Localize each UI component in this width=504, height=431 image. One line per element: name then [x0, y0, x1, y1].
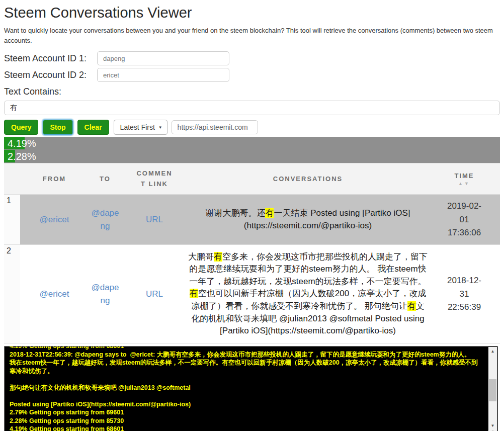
to-account-link[interactable]: @dapeng	[90, 207, 120, 232]
conversations-table: FROM TO COMMENT LINK CONVERSATIONS TIME …	[4, 163, 500, 343]
console-line: 我在steem快一年了，越玩越好玩，发现steem的玩法多样，不一定要写作。有空…	[10, 359, 482, 375]
clear-button[interactable]: Clear	[77, 120, 109, 135]
api-endpoint-input[interactable]	[172, 120, 258, 134]
comment-link-cell: URL	[122, 195, 187, 245]
sort-desc-icon: ▼	[464, 181, 470, 186]
time-text: 2018-12-31 22:56:39	[446, 274, 482, 314]
highlighted-term: 有	[214, 252, 222, 262]
from-cell: @ericet	[20, 245, 89, 343]
console-line: 2.79% Getting ops starting from 69601	[10, 408, 482, 417]
account1-input[interactable]	[97, 51, 229, 65]
progress-bar: 2.28%	[4, 150, 500, 163]
console-line: 2018-12-31T22:56:39: @dapeng says to @er…	[10, 351, 482, 359]
from-account-link[interactable]: @ericet	[40, 215, 69, 224]
progress-label: 4.19%	[4, 137, 500, 150]
conversation-cell: 大鹏哥有空多来，你会发现这币市把那些投机的人踢走了，留下的是愿意继续玩耍和为了更…	[187, 245, 429, 343]
console-line: 那句绝句让有文化的机机和软哥来填吧 @julian2013 @softmetal	[10, 384, 482, 392]
conversation-text: 大鹏哥有空多来，你会发现这币市把那些投机的人踢走了，留下的是愿意继续玩耍和为了更…	[188, 251, 428, 337]
comment-url-link[interactable]: URL	[146, 289, 163, 299]
from-cell: @ericet	[20, 195, 89, 245]
progress-area: 4.19%2.28%	[4, 137, 500, 163]
sort-order-value: Latest First	[120, 123, 155, 131]
scroll-up-icon: ▲	[491, 349, 495, 354]
console-scrollbar[interactable]: ▲ ▼	[488, 347, 497, 430]
console-line: 2.28% Getting ops starting from 85730	[10, 417, 482, 425]
progress-bar: 4.19%	[4, 137, 500, 150]
console-line: 4.19% Getting ops starting from 68601	[10, 425, 482, 431]
console-line	[10, 375, 482, 384]
account2-input[interactable]	[97, 68, 229, 82]
conversation-cell: 谢谢大鹏哥。还有一天结束 Posted using [Partiko iOS] …	[187, 195, 429, 245]
header-to[interactable]: TO	[89, 163, 122, 195]
to-cell: @dapeng	[89, 245, 122, 343]
header-index	[4, 163, 20, 195]
from-account-link[interactable]: @ericet	[40, 289, 69, 299]
console-content: 4.19% Getting ops starting from 68601201…	[5, 346, 484, 431]
scroll-track[interactable]	[488, 356, 497, 421]
query-button[interactable]: Query	[4, 120, 38, 135]
time-cell: 2019-02-01 17:36:06	[429, 195, 500, 245]
progress-label: 2.28%	[4, 150, 500, 163]
stop-button[interactable]: Stop	[43, 120, 72, 135]
to-account-link[interactable]: @dapeng	[90, 281, 120, 307]
conversations-tbody: 1 @ericet @dapeng URL 谢谢大鹏哥。还有一天结束 Poste…	[4, 195, 500, 343]
time-text: 2019-02-01 17:36:06	[446, 200, 482, 239]
console-line	[10, 392, 482, 400]
chevron-down-icon: ▼	[158, 125, 162, 130]
time-cell: 2018-12-31 22:56:39	[429, 245, 500, 343]
header-conversations[interactable]: CONVERSATIONS	[187, 163, 429, 195]
scroll-thumb[interactable]	[489, 379, 496, 401]
page-description: Want to quickly locate your conversation…	[4, 26, 499, 46]
sort-icons[interactable]: ▲▼	[429, 181, 500, 186]
highlighted-term: 有	[407, 301, 416, 311]
console-line: Posted using [Partiko iOS](https://steem…	[10, 400, 482, 409]
table-row: 1 @ericet @dapeng URL 谢谢大鹏哥。还有一天结束 Poste…	[4, 195, 500, 245]
comment-url-link[interactable]: URL	[146, 215, 163, 224]
header-from[interactable]: FROM	[20, 163, 89, 195]
text-contains-label: Text Contains:	[4, 87, 500, 97]
row-index: 2	[4, 245, 20, 343]
account1-label: Steem Account ID 1:	[4, 53, 97, 64]
highlighted-term: 有	[265, 208, 274, 218]
to-cell: @dapeng	[89, 195, 122, 245]
console-line: 4.19% Getting ops starting from 68601	[10, 346, 482, 351]
text-contains-input[interactable]	[4, 101, 500, 115]
header-comment-link[interactable]: COMMENT LINK	[122, 163, 187, 195]
sort-asc-icon: ▲	[458, 181, 464, 186]
conversation-text: 谢谢大鹏哥。还有一天结束 Posted using [Partiko iOS] …	[188, 207, 428, 232]
scroll-down-icon: ▼	[491, 423, 495, 428]
scroll-down-button[interactable]: ▼	[488, 421, 497, 430]
scroll-up-button[interactable]: ▲	[488, 347, 497, 356]
page-title: Steem Conversations Viewer	[4, 5, 500, 21]
row-index: 1	[4, 195, 20, 245]
highlighted-term: 有	[190, 289, 198, 298]
comment-link-cell: URL	[122, 245, 187, 343]
account2-label: Steem Account ID 2:	[4, 70, 97, 80]
sort-order-select[interactable]: Latest First ▼	[114, 120, 167, 135]
header-time[interactable]: TIME ▲▼	[429, 163, 500, 195]
console-log[interactable]: 4.19% Getting ops starting from 68601201…	[4, 346, 498, 431]
table-row: 2 @ericet @dapeng URL 大鹏哥有空多来，你会发现这币市把那些…	[4, 245, 500, 343]
